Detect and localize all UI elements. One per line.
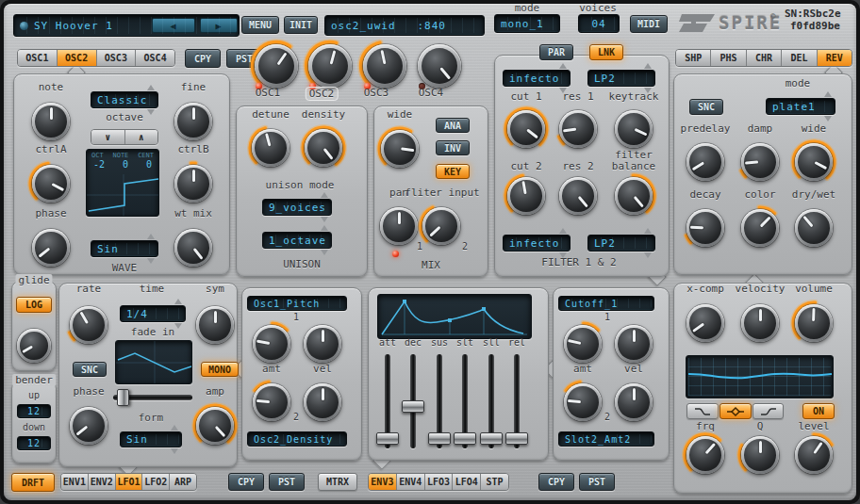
slope-time-slider[interactable] — [454, 354, 476, 448]
mod-paste-button-1[interactable]: PST — [269, 473, 305, 491]
bender-up-value[interactable]: 12 — [17, 404, 51, 418]
tab-lfo4[interactable]: LFO4 — [453, 474, 481, 490]
velocity-knob[interactable] — [736, 299, 785, 348]
dry-wet-knob[interactable] — [789, 203, 838, 252]
init-button[interactable]: INIT — [284, 16, 318, 34]
eq-highshelf-button[interactable] — [752, 403, 784, 419]
cut1-knob[interactable] — [502, 105, 551, 154]
fine-knob[interactable] — [169, 97, 218, 146]
tab-env1[interactable]: ENV1 — [61, 474, 89, 490]
ctrlB-knob[interactable] — [169, 159, 218, 208]
filter1-mode-select[interactable]: LP2 — [587, 70, 655, 87]
wt-mix-knob[interactable] — [169, 223, 218, 272]
mod-copy-button-1[interactable]: CPY — [228, 473, 264, 491]
tab-osc3[interactable]: OSC3 — [97, 50, 137, 66]
lfo-phase-knob[interactable] — [64, 401, 113, 450]
mod-paste-button-2[interactable]: PST — [579, 473, 615, 491]
slot1-target2-display[interactable]: Osc2_Density — [247, 431, 347, 447]
tab-phaser[interactable]: PHS — [711, 50, 746, 66]
matrix-button[interactable]: MTRX — [318, 473, 357, 491]
res2-knob[interactable] — [554, 171, 603, 220]
mod-copy-button-2[interactable]: CPY — [538, 473, 574, 491]
amp-knob[interactable] — [190, 401, 240, 450]
frq-knob[interactable] — [681, 431, 730, 480]
tab-lfo3[interactable]: LFO3 — [425, 474, 454, 490]
ctrlA-knob[interactable] — [26, 159, 75, 208]
slope-level-slider[interactable] — [480, 354, 503, 448]
filter-balance-knob[interactable] — [609, 171, 658, 220]
filter1-type-select[interactable]: infecto — [503, 70, 571, 87]
drift-button[interactable]: DRFT — [11, 473, 55, 492]
slot1-vel1-knob[interactable] — [298, 319, 347, 368]
sym-knob[interactable] — [190, 301, 240, 350]
slot2-amt2-knob[interactable] — [558, 378, 607, 427]
tab-lfo1[interactable]: LFO1 — [116, 474, 143, 490]
tab-env2[interactable]: ENV2 — [89, 474, 116, 490]
unison-range-select[interactable]: 1_octave — [262, 232, 332, 249]
slot1-vel2-knob[interactable] — [298, 378, 347, 427]
slot1-target1-display[interactable]: Osc1_Pitch — [247, 296, 347, 311]
filter2-mode-select[interactable]: LP2 — [587, 235, 655, 252]
release-slider[interactable] — [505, 354, 528, 448]
tab-osc2[interactable]: OSC2 — [58, 50, 97, 66]
level-knob[interactable] — [789, 431, 838, 480]
voices-select[interactable]: 04 — [578, 14, 620, 33]
res1-knob[interactable] — [554, 105, 603, 154]
tab-osc4[interactable]: OSC4 — [136, 50, 174, 66]
rate-knob[interactable] — [64, 301, 113, 350]
cut2-knob[interactable] — [502, 171, 551, 220]
octave-down-button[interactable]: ∨ — [91, 130, 125, 144]
decay-knob[interactable] — [681, 203, 730, 252]
attack-slider[interactable] — [376, 354, 399, 448]
slot2-vel2-knob[interactable] — [609, 378, 658, 427]
keytrack-button[interactable]: KEY — [436, 164, 470, 179]
osc-copy-button[interactable]: CPY — [185, 49, 221, 68]
bender-down-value[interactable]: 12 — [17, 436, 51, 450]
osc-mode-select[interactable]: Classic — [91, 91, 158, 108]
menu-button[interactable]: MENU — [241, 16, 279, 34]
tab-reverb[interactable]: REV — [818, 50, 852, 66]
lfo-form-select[interactable]: Sin — [120, 431, 182, 447]
analog-button[interactable]: ANA — [436, 118, 470, 133]
octave-up-button[interactable]: ∧ — [125, 130, 158, 144]
eq-display[interactable] — [686, 355, 834, 398]
filter-parallel-button[interactable]: PAR — [539, 44, 573, 60]
predelay-knob[interactable] — [681, 138, 730, 187]
tab-env3[interactable]: ENV3 — [369, 474, 397, 490]
reverb-sync-button[interactable]: SNC — [689, 99, 723, 115]
wave-shape-select[interactable]: Sin — [91, 240, 158, 257]
preset-display[interactable]: SY Hoover 1 ◀ ▶ — [13, 14, 240, 37]
unison-voices-select[interactable]: 9_voices — [262, 199, 332, 216]
tab-arp[interactable]: ARP — [170, 474, 196, 490]
mode-select[interactable]: mono_1 — [494, 14, 560, 33]
slot2-amt1-knob[interactable] — [558, 319, 607, 368]
volume-knob[interactable] — [789, 299, 838, 348]
slot2-target2-display[interactable]: Slot2_Amt2 — [558, 431, 654, 447]
tab-stp[interactable]: STP — [481, 474, 508, 490]
filter2-type-select[interactable]: infecto — [503, 235, 571, 252]
preset-next-button[interactable]: ▶ — [200, 18, 238, 33]
invert-button[interactable]: INV — [436, 140, 470, 155]
wide-knob[interactable] — [375, 124, 424, 173]
detune-knob[interactable] — [246, 123, 295, 172]
q-knob[interactable] — [736, 431, 785, 480]
note-knob[interactable] — [26, 97, 75, 146]
sustain-slider[interactable] — [428, 354, 451, 448]
tab-lfo2[interactable]: LFO2 — [142, 474, 170, 490]
lfo-sync-button[interactable]: SNC — [73, 362, 107, 377]
tab-osc1[interactable]: OSC1 — [18, 50, 58, 66]
preset-prev-button[interactable]: ◀ — [152, 18, 195, 33]
slot2-vel1-knob[interactable] — [609, 319, 658, 368]
keytrack-knob[interactable] — [609, 105, 658, 154]
filter-input-knob[interactable] — [417, 202, 466, 251]
tab-env4[interactable]: ENV4 — [397, 474, 425, 490]
slot1-amt1-knob[interactable] — [247, 319, 296, 368]
tab-chorus[interactable]: CHR — [747, 50, 782, 66]
wave-display[interactable]: OCT NOTE CENT -2 0 0 — [86, 149, 159, 217]
decay-slider[interactable] — [402, 354, 424, 448]
tab-delay[interactable]: DEL — [782, 50, 817, 66]
tab-shaper[interactable]: SHP — [676, 50, 711, 66]
slot1-amt2-knob[interactable] — [247, 378, 296, 427]
glide-log-button[interactable]: LOG — [16, 297, 52, 313]
midi-button[interactable]: MIDI — [630, 15, 668, 33]
